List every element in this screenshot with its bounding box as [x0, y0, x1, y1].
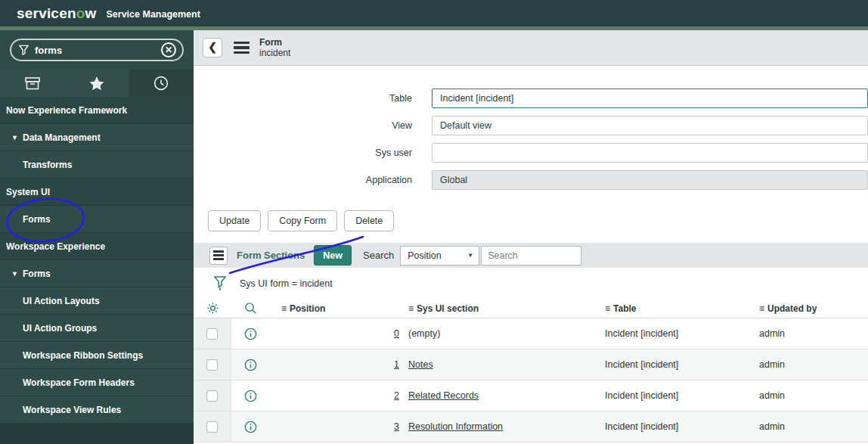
sidebar-item-transforms[interactable]: Transforms — [0, 151, 194, 179]
list-search-icon[interactable] — [231, 302, 269, 315]
column-header-sys-ui-section[interactable]: ≡Sys UI section — [402, 303, 599, 314]
application-navigator: forms ✕ Now Experience Framework ▼Data M… — [0, 30, 194, 444]
sidebar-item-system-ui[interactable]: System UI — [0, 179, 194, 206]
row-info-icon[interactable] — [231, 328, 269, 340]
table-cell: Incident [incident] — [599, 390, 753, 401]
column-header-updated-by[interactable]: ≡Updated by — [753, 303, 868, 314]
sidebar-item-workspace-form-headers[interactable]: Workspace Form Headers — [0, 369, 194, 396]
tab-history[interactable] — [129, 70, 194, 97]
table-cell: Incident [incident] — [599, 421, 753, 432]
archive-box-icon — [25, 77, 40, 90]
section-link[interactable]: Resolution Information — [408, 421, 503, 432]
column-header-table[interactable]: ≡Table — [599, 303, 753, 314]
row-info-icon[interactable] — [231, 421, 269, 433]
column-menu-icon[interactable]: ≡ — [759, 303, 764, 314]
top-header-bar: servicenow Service Management — [0, 0, 868, 26]
sys-user-field[interactable] — [432, 143, 868, 163]
column-menu-icon[interactable]: ≡ — [408, 303, 414, 314]
sidebar-item-data-management[interactable]: ▼Data Management — [0, 124, 194, 151]
position-link[interactable]: 2 — [394, 390, 399, 401]
table-row: 0 (empty) Incident [incident] admin — [194, 318, 868, 349]
filter-funnel-icon — [19, 45, 29, 55]
navigator-filter-text: forms — [35, 45, 62, 56]
clear-filter-icon[interactable]: ✕ — [161, 42, 176, 57]
form-action-buttons: Update Copy Form Delete — [194, 210, 868, 231]
position-link[interactable]: 1 — [394, 359, 399, 370]
clock-icon — [153, 76, 169, 91]
form-context-menu-icon[interactable] — [234, 39, 250, 57]
tab-all-applications[interactable] — [0, 70, 64, 97]
tab-favorites[interactable] — [64, 70, 129, 97]
search-label: Search — [363, 250, 394, 261]
table-row: 3 Resolution Information Incident [incid… — [194, 411, 868, 442]
personalize-list-gear-icon[interactable] — [194, 302, 231, 315]
updated-by-cell: admin — [753, 328, 868, 339]
page-title-type: Form — [259, 37, 290, 48]
field-label-application: Application — [194, 175, 432, 185]
table-cell: Incident [incident] — [599, 328, 753, 339]
column-header-position[interactable]: ≡Position — [269, 303, 402, 314]
navigator-empty-area — [0, 424, 194, 444]
row-checkbox[interactable] — [206, 421, 218, 433]
navigator-filter-container: forms ✕ — [0, 30, 194, 70]
page-title: Form incident — [259, 37, 290, 58]
update-button[interactable]: Update — [208, 210, 261, 231]
expand-arrow-icon: ▼ — [11, 270, 18, 278]
sidebar-item-workspace-experience[interactable]: Workspace Experience — [0, 233, 194, 260]
section-link[interactable]: Related Records — [408, 390, 479, 401]
table-row: 2 Related Records Incident [incident] ad… — [194, 380, 868, 411]
column-menu-icon[interactable]: ≡ — [605, 303, 610, 314]
servicenow-logo: servicenow — [17, 5, 97, 22]
form-header-bar: ❮ Form incident — [194, 30, 868, 66]
row-checkbox[interactable] — [206, 359, 218, 371]
row-info-icon[interactable] — [231, 390, 269, 402]
related-list-toolbar: Form Sections New Search Position ▼ — [194, 243, 868, 268]
list-filter-breadcrumb: Sys UI form = incident — [194, 268, 868, 299]
sidebar-item-workspace-view-rules[interactable]: Workspace View Rules — [0, 396, 194, 424]
sidebar-item-forms[interactable]: Forms — [0, 206, 194, 233]
updated-by-cell: admin — [753, 421, 868, 432]
list-header-row: ≡Position ≡Sys UI section ≡Table ≡Update… — [194, 299, 868, 318]
copy-form-button[interactable]: Copy Form — [268, 210, 337, 231]
table-row: 1 Notes Incident [incident] admin — [194, 349, 868, 380]
star-icon — [88, 76, 105, 92]
field-label-table: Table — [194, 93, 432, 104]
navigator-tabs — [0, 70, 194, 97]
application-field: Global — [432, 170, 868, 190]
record-form: Table Incident [incident] View Default v… — [194, 66, 868, 197]
sidebar-item-forms-group[interactable]: ▼Forms — [0, 260, 194, 287]
page-title-record: incident — [259, 48, 290, 58]
sidebar-item-ui-action-groups[interactable]: UI Action Groups — [0, 315, 194, 342]
back-button[interactable]: ❮ — [203, 38, 222, 57]
search-field-select[interactable]: Position ▼ — [400, 246, 479, 265]
list-search-input[interactable] — [481, 246, 581, 265]
navigator-filter-input[interactable]: forms ✕ — [10, 39, 184, 61]
section-link[interactable]: Notes — [408, 359, 433, 370]
sidebar-item-ui-action-layouts[interactable]: UI Action Layouts — [0, 287, 194, 315]
filter-condition-text[interactable]: Sys UI form = incident — [240, 278, 333, 289]
updated-by-cell: admin — [753, 390, 868, 401]
row-info-icon[interactable] — [231, 359, 269, 371]
row-checkbox[interactable] — [206, 390, 218, 402]
delete-button[interactable]: Delete — [344, 210, 394, 231]
sidebar-item-now-experience-framework[interactable]: Now Experience Framework — [0, 97, 194, 124]
product-title: Service Management — [107, 7, 200, 20]
row-checkbox[interactable] — [206, 328, 218, 340]
table-field[interactable]: Incident [incident] — [432, 88, 868, 108]
field-label-sys-user: Sys user — [194, 147, 432, 158]
filter-icon[interactable] — [214, 276, 226, 291]
position-link[interactable]: 0 — [394, 328, 399, 339]
navigator-menu: Now Experience Framework ▼Data Managemen… — [0, 97, 194, 444]
expand-arrow-icon: ▼ — [11, 134, 18, 141]
view-field[interactable]: Default view — [432, 116, 868, 135]
new-button[interactable]: New — [314, 245, 352, 265]
related-list-title: Form Sections — [237, 250, 305, 261]
table-cell: Incident [incident] — [599, 359, 753, 370]
sidebar-item-workspace-ribbon-settings[interactable]: Workspace Ribbon Settings — [0, 342, 194, 369]
list-context-menu-icon[interactable] — [209, 247, 228, 265]
dropdown-caret-icon: ▼ — [467, 252, 473, 259]
position-link[interactable]: 3 — [394, 421, 399, 432]
field-label-view: View — [194, 120, 432, 131]
main-content: ❮ Form incident Table Incident [incident… — [194, 30, 868, 444]
column-menu-icon[interactable]: ≡ — [281, 303, 287, 314]
